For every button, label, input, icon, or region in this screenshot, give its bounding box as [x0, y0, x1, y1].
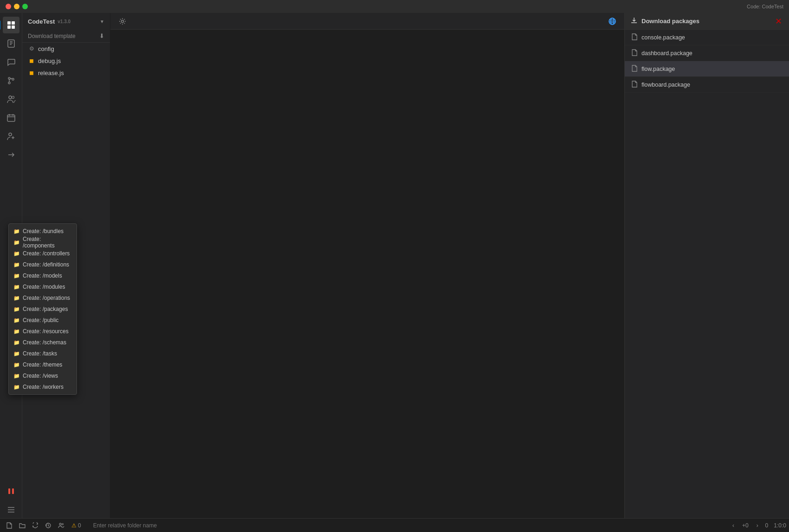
sidebar-download-row[interactable]: Download template ⬇ [22, 30, 110, 43]
maximize-button[interactable] [22, 4, 28, 9]
folder-icon: 📁 [13, 228, 20, 234]
js-release-icon: ◼ [28, 69, 35, 76]
folder-icon: 📁 [13, 340, 20, 346]
sidebar-item-release-label: release.js [38, 70, 64, 76]
sidebar-project-title: CodeTest v1.3.0 [28, 18, 71, 25]
context-menu-definitions[interactable]: 📁 Create: /definitions [9, 259, 77, 270]
activity-calendar[interactable] [3, 109, 19, 126]
folder-icon: 📁 [13, 240, 20, 246]
context-menu-schemas[interactable]: 📁 Create: /schemas [9, 337, 77, 348]
statusbar-folder-icon[interactable] [17, 520, 28, 531]
activity-pause[interactable] [3, 483, 19, 500]
activity-people[interactable] [3, 91, 19, 108]
context-menu-public[interactable]: 📁 Create: /public [9, 315, 77, 326]
file-icon [631, 49, 638, 57]
settings-icon[interactable] [116, 15, 129, 28]
package-item-console[interactable]: console.package [625, 30, 789, 45]
nav-prev-button[interactable]: ‹ [728, 520, 738, 531]
activity-list[interactable] [3, 501, 19, 518]
context-menu-controllers-label: Create: /controllers [23, 250, 70, 257]
statusbar-refresh-icon[interactable] [30, 520, 41, 531]
svg-rect-3 [12, 25, 15, 29]
context-menu-operations[interactable]: 📁 Create: /operations [9, 292, 77, 304]
sidebar-header: CodeTest v1.3.0 ▼ [22, 13, 110, 30]
context-menu-workers-label: Create: /workers [23, 384, 64, 390]
folder-icon: 📁 [13, 329, 20, 335]
context-menu-views[interactable]: 📁 Create: /views [9, 370, 77, 381]
js-debug-icon: ◼ [28, 57, 35, 64]
sidebar-item-debug-label: debug.js [38, 57, 61, 64]
package-item-dashboard[interactable]: dashboard.package [625, 45, 789, 61]
file-icon [631, 33, 638, 42]
svg-point-12 [12, 96, 14, 99]
context-menu-tasks-label: Create: /tasks [23, 350, 57, 357]
download-panel-header: Download packages ✕ [625, 13, 789, 30]
context-menu-models[interactable]: 📁 Create: /models [9, 270, 77, 281]
file-icon [631, 64, 638, 73]
activity-redirect[interactable] [3, 146, 19, 163]
traffic-lights [6, 4, 28, 9]
context-menu-workers[interactable]: 📁 Create: /workers [9, 381, 77, 393]
editor-toolbar [110, 13, 624, 30]
context-menu-modules[interactable]: 📁 Create: /modules [9, 281, 77, 292]
statusbar-diff-count: 0 [763, 522, 771, 529]
globe-icon[interactable] [606, 15, 619, 28]
context-menu-controllers[interactable]: 📁 Create: /controllers [9, 248, 77, 259]
statusbar-warning-badge: ⚠ 0 [69, 522, 84, 529]
statusbar-history-icon[interactable] [43, 520, 54, 531]
statusbar-people-icon[interactable] [56, 520, 67, 531]
activity-git[interactable] [3, 72, 19, 89]
context-menu-resources[interactable]: 📁 Create: /resources [9, 326, 77, 337]
folder-icon: 📁 [13, 317, 20, 323]
sidebar-chevron-icon[interactable]: ▼ [100, 19, 104, 24]
sidebar-item-debug[interactable]: ◼ debug.js [22, 55, 110, 67]
folder-icon: 📁 [13, 295, 20, 301]
folder-icon: 📁 [13, 384, 20, 390]
context-menu-packages-label: Create: /packages [23, 306, 68, 312]
context-menu-schemas-label: Create: /schemas [23, 339, 66, 346]
activity-grid[interactable] [3, 17, 19, 33]
svg-rect-2 [7, 25, 11, 29]
context-menu-resources-label: Create: /resources [23, 328, 69, 335]
context-menu-packages[interactable]: 📁 Create: /packages [9, 304, 77, 315]
folder-icon: 📁 [13, 373, 20, 379]
context-menu-themes[interactable]: 📁 Create: /themes [9, 359, 77, 370]
context-menu-bundles[interactable]: 📁 Create: /bundles [9, 226, 77, 237]
diff-count: +0 [739, 522, 751, 529]
statusbar-file-icon[interactable] [4, 520, 15, 531]
close-button[interactable] [6, 4, 11, 9]
activity-book[interactable] [3, 35, 19, 52]
context-menu-components-label: Create: /components [23, 236, 72, 249]
package-item-flow[interactable]: flow.package [625, 61, 789, 77]
file-icon [631, 80, 638, 89]
sidebar-item-release[interactable]: ◼ release.js [22, 67, 110, 79]
minimize-button[interactable] [14, 4, 19, 9]
context-menu-views-label: Create: /views [23, 373, 58, 379]
svg-point-25 [122, 20, 124, 22]
statusbar-left-icons: ⚠ 0 [0, 520, 88, 531]
sidebar-item-config-label: config [38, 45, 54, 52]
sidebar-item-config[interactable]: ⚙ config [22, 43, 110, 55]
svg-point-32 [59, 523, 61, 525]
activity-person-add[interactable] [3, 128, 19, 145]
folder-icon: 📁 [13, 251, 20, 257]
context-menu-components[interactable]: 📁 Create: /components [9, 237, 77, 248]
download-header-icon [630, 17, 638, 25]
context-menu-themes-label: Create: /themes [23, 361, 62, 368]
svg-rect-4 [8, 40, 14, 47]
folder-icon: 📁 [13, 351, 20, 357]
package-item-flowboard[interactable]: flowboard.package [625, 77, 789, 93]
package-console-label: console.package [641, 34, 685, 41]
folder-icon: 📁 [13, 306, 20, 312]
close-panel-button[interactable]: ✕ [773, 16, 783, 26]
context-menu-tasks[interactable]: 📁 Create: /tasks [9, 348, 77, 359]
package-flow-label: flow.package [641, 66, 675, 72]
svg-rect-1 [12, 21, 15, 25]
context-menu-definitions-label: Create: /definitions [23, 261, 69, 268]
context-menu-operations-label: Create: /operations [23, 295, 70, 301]
activity-chat[interactable] [3, 54, 19, 70]
nav-next-button[interactable]: › [752, 520, 763, 531]
warning-count: 0 [78, 522, 81, 529]
statusbar-position: 1:0:0 [771, 522, 789, 529]
statusbar-folder-input[interactable] [88, 519, 728, 532]
